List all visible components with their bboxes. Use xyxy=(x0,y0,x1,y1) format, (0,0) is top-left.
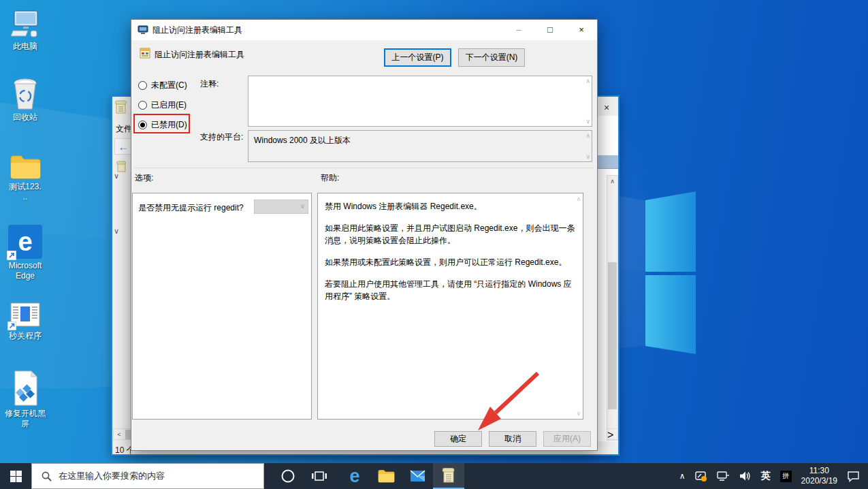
desktop-icon-label: 测试123... xyxy=(9,182,41,202)
scroll-down-arrow[interactable]: ∨ xyxy=(576,410,581,417)
radio-label: 已启用(E) xyxy=(151,99,187,111)
taskbar: 在这里输入你要搜索的内容 e xyxy=(0,463,868,489)
help-paragraph: 如果禁用或未配置此策略设置，则用户可以正常运行 Regedit.exe。 xyxy=(325,256,576,268)
options-panel: 是否禁用无提示运行 regedit? ∨ xyxy=(132,193,312,420)
tray-ime-pinyin[interactable]: 拼 xyxy=(775,463,797,489)
previous-setting-button[interactable]: 上一个设置(P) xyxy=(384,48,451,67)
vertical-scrollbar[interactable]: ∧ ∨ xyxy=(607,175,618,441)
registry-file-icon xyxy=(9,370,42,407)
desktop-icon-label: 秒关程序 xyxy=(9,331,42,341)
action-center-icon xyxy=(847,471,860,482)
help-paragraph: 如果启用此策略设置，并且用户试图启动 Regedit.exe，则会出现一条消息，… xyxy=(325,222,576,247)
scroll-up-arrow[interactable]: ∧ xyxy=(576,195,581,202)
dialog-header-title: 阻止访问注册表编辑工具 xyxy=(155,49,244,61)
option-dropdown-disabled[interactable]: ∨ xyxy=(254,200,308,214)
scroll-up-arrow[interactable]: ∧ xyxy=(585,132,590,139)
task-view-icon xyxy=(312,469,327,483)
clock-time: 11:30 xyxy=(809,466,829,476)
radio-label: 未配置(C) xyxy=(151,80,187,91)
cortana-icon xyxy=(280,469,295,484)
taskbar-mail-button[interactable] xyxy=(402,463,433,489)
clock-date: 2020/3/19 xyxy=(801,476,837,486)
column-header-fragment[interactable] xyxy=(597,155,618,169)
action-center-button[interactable] xyxy=(842,463,868,489)
policy-setting-icon xyxy=(140,48,150,59)
help-label: 帮助: xyxy=(321,172,339,184)
taskbar-search-box[interactable]: 在这里输入你要搜索的内容 xyxy=(31,463,264,489)
start-button[interactable] xyxy=(0,463,31,489)
tree-root-scroll-icon xyxy=(116,161,127,172)
desktop-icon-this-pc[interactable]: 此电脑 xyxy=(0,10,50,52)
back-arrow-icon: ← xyxy=(118,141,129,153)
tray-notification-icon[interactable] xyxy=(690,463,712,489)
next-setting-button[interactable]: 下一个设置(N) xyxy=(458,48,525,67)
desktop-icon-label: MicrosoftEdge xyxy=(9,261,42,281)
horizontal-scrollbar-left[interactable]: < xyxy=(113,428,132,440)
close-button[interactable]: × xyxy=(566,20,597,40)
dialog-title: 阻止访问注册表编辑工具 xyxy=(152,25,242,36)
scroll-up-arrow[interactable]: ∧ xyxy=(585,78,590,84)
windows-logo-icon xyxy=(10,471,22,482)
this-pc-icon xyxy=(10,10,41,40)
tray-volume-icon[interactable] xyxy=(735,463,756,489)
radio-not-configured[interactable]: 未配置(C) xyxy=(138,80,187,91)
desktop-icon-edge[interactable]: e MicrosoftEdge xyxy=(0,225,50,281)
bg-window-close-button[interactable]: × xyxy=(596,99,617,116)
taskbar-gpedit-button-active[interactable] xyxy=(433,463,464,489)
red-arrow-annotation xyxy=(470,368,548,436)
taskbar-cortana-button[interactable] xyxy=(272,463,304,489)
file-explorer-icon xyxy=(378,469,395,483)
shortcut-arrow-icon xyxy=(7,321,16,330)
taskbar-file-explorer-button[interactable] xyxy=(370,463,402,489)
desktop-icon-label: 修复开机黑屏 xyxy=(5,409,46,429)
menu-file[interactable]: 文件 xyxy=(116,123,132,135)
taskbar-edge-button[interactable]: e xyxy=(339,463,370,489)
tree-collapse-icon[interactable]: ∨ xyxy=(114,172,119,180)
divider xyxy=(134,168,593,168)
tray-network-icon[interactable] xyxy=(712,463,735,489)
radio-circle xyxy=(138,81,147,90)
app-window-icon xyxy=(9,302,42,329)
help-paragraph: 禁用 Windows 注册表编辑器 Regedit.exe。 xyxy=(325,200,576,212)
policy-dialog-icon xyxy=(138,25,148,35)
dialog-titlebar[interactable]: 阻止访问注册表编辑工具 – □ × xyxy=(131,20,597,40)
comment-textarea[interactable]: ∧ ∨ xyxy=(248,76,592,127)
maximize-button[interactable]: □ xyxy=(534,20,566,40)
comment-label: 注释: xyxy=(200,78,219,90)
radio-enabled[interactable]: 已启用(E) xyxy=(138,99,187,111)
tray-clock[interactable]: 11:30 2020/3/19 xyxy=(797,463,842,489)
scroll-right-arrow[interactable]: > xyxy=(607,428,618,440)
desktop-icon-fix-black-screen[interactable]: 修复开机黑屏 xyxy=(0,370,50,429)
search-placeholder: 在这里输入你要搜索的内容 xyxy=(59,470,165,482)
scroll-up-arrow[interactable]: ∧ xyxy=(607,176,617,187)
platform-box[interactable]: Windows 2000 及以上版本 ∧ ∨ xyxy=(248,130,592,162)
edge-icon: e xyxy=(349,467,359,486)
back-button[interactable]: ← xyxy=(114,138,132,155)
desktop-icon-test-folder[interactable]: 测试123... xyxy=(0,153,50,202)
tray-ime-language[interactable]: 英 xyxy=(756,463,775,489)
tree-collapse-icon[interactable]: ∨ xyxy=(114,227,119,236)
desktop-icon-recycle-bin[interactable]: 回收站 xyxy=(0,76,50,123)
platform-label: 支持的平台: xyxy=(200,131,243,143)
desktop-icon-label: 此电脑 xyxy=(13,42,37,52)
desktop-icon-quick-close-app[interactable]: 秒关程序 xyxy=(0,302,50,341)
taskbar-task-view-button[interactable] xyxy=(304,463,335,489)
shortcut-arrow-icon xyxy=(7,251,16,260)
scrollbar-thumb[interactable] xyxy=(608,262,617,409)
pinyin-ime-icon: 拼 xyxy=(780,471,792,482)
scroll-down-arrow[interactable]: ∨ xyxy=(585,118,590,125)
platform-value: Windows 2000 及以上版本 xyxy=(254,135,351,146)
red-highlight-box xyxy=(133,114,190,133)
folder-icon xyxy=(9,153,42,180)
tray-expand-chevron[interactable]: ∧ xyxy=(675,463,690,489)
scroll-left-arrow[interactable]: < xyxy=(114,429,125,440)
search-icon xyxy=(42,471,52,482)
gpedit-scroll-icon xyxy=(442,467,456,484)
gpedit-scroll-icon xyxy=(115,100,127,114)
help-paragraph: 若要阻止用户使用其他管理工具，请使用 “只运行指定的 Windows 应用程序”… xyxy=(325,278,576,302)
scroll-down-arrow[interactable]: ∨ xyxy=(585,153,590,160)
apply-button[interactable]: 应用(A) xyxy=(543,431,591,447)
system-tray: ∧ 英 拼 11:30 2020/3/ xyxy=(675,463,868,489)
desktop-icon-label: 回收站 xyxy=(13,112,37,123)
minimize-button[interactable]: – xyxy=(503,20,534,40)
